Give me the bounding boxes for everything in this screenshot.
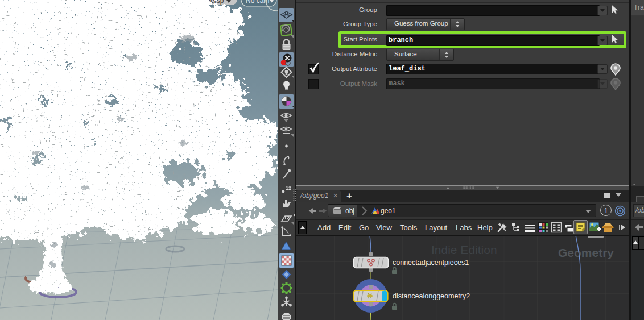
svg-text:connectadjacentpieces1: connectadjacentpieces1	[393, 259, 469, 267]
svg-text:12: 12	[286, 185, 291, 191]
svg-text:Indie Edition: Indie Edition	[431, 243, 497, 256]
svg-text:12: 12	[284, 215, 290, 221]
svg-text:Geometry: Geometry	[558, 246, 614, 259]
svg-text:distancealonggeometry2: distancealonggeometry2	[393, 292, 470, 300]
